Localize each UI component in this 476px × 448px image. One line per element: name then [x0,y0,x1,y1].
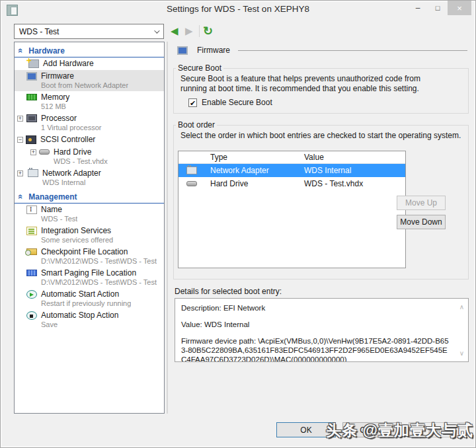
details-value: Value: WDS Internal [181,320,452,329]
expand-icon[interactable]: + [17,170,23,176]
item-label: Firmware [41,71,128,81]
sidebar-item-processor[interactable]: + Processor 1 Virtual processor [15,112,164,133]
firmware-icon [26,72,37,81]
secure-boot-checkbox[interactable]: ✔ [188,98,197,107]
sidebar-item-checkpoint-file-location[interactable]: Checkpoint File Location D:\VM\2012\WDS … [15,246,164,267]
item-label: Network Adapter [42,168,101,178]
maximize-button[interactable]: □ [428,1,448,15]
item-label: Hard Drive [54,147,108,157]
hard-drive-icon [186,181,197,186]
boot-order-table: Type Value Network Adapter WDS Internal … [178,151,406,268]
item-label: Name [41,205,77,215]
boot-entry-value: WDS - Test.vhdx [304,179,405,188]
item-sublabel: Boot from Network Adapter [41,81,128,90]
section-header-management[interactable]: « Management [15,190,164,204]
name-icon [26,205,37,214]
item-label: Automatic Stop Action [41,311,118,320]
item-sublabel: Save [41,320,118,329]
item-label: Automatic Start Action [41,289,131,299]
column-header-type: Type [205,153,304,162]
button-bar: OK Cancel Apply 头条 @壹加壹大与贰 [1,417,475,447]
details-label: Details for selected boot entry: [175,287,282,296]
item-sublabel: WDS - Test [41,215,77,223]
boot-entry-row-hard-drive[interactable]: Hard Drive WDS - Test.vhdx [178,177,405,190]
vm-selector-value: WDS - Test [19,27,59,36]
item-label: Memory [41,93,69,102]
boot-order-group: Boot order Select the order in which boo… [173,120,469,280]
secure-boot-group: Secure Boot Secure Boot is a feature tha… [173,63,469,114]
secure-boot-group-label: Secure Boot [176,63,223,73]
expand-icon[interactable]: + [30,149,36,155]
boot-order-description: Select the order in which boot entries a… [180,131,463,141]
details-description: Description: EFI Network [181,303,452,313]
settings-window: Settings for WDS - Test on XEPHY8 – □ × … [0,0,476,448]
sidebar-item-hard-drive[interactable]: + Hard Drive WDS - Test.vhdx [15,146,164,167]
item-label: Checkpoint File Location [41,247,157,257]
details-firmware-path: Firmware device path: \AcpiEx(VMBus,0,0)… [181,336,452,362]
item-label: Processor [41,114,102,124]
refresh-icon[interactable]: ↻ [203,24,213,38]
column-header-value: Value [304,153,405,162]
sidebar-item-automatic-stop-action[interactable]: Automatic Stop Action Save [15,309,164,330]
chevron-down-icon [154,28,159,33]
section-label: Hardware [28,46,65,56]
collapse-icon: « [16,194,26,199]
sidebar-item-automatic-start-action[interactable]: Automatic Start Action Restart if previo… [15,288,164,309]
auto-stop-icon [26,311,37,320]
item-sublabel: 1 Virtual processor [41,124,102,132]
back-icon[interactable]: ◀ [171,24,178,38]
collapse-icon: « [16,48,26,53]
item-label: Add Hardware [43,59,94,69]
collapse-expander-icon[interactable]: − [17,137,23,143]
item-sublabel: Restart if previously running [41,299,131,308]
toolbar-separator [199,25,200,37]
watermark-text: 头条 @壹加壹大与贰 [326,420,473,441]
boot-entry-row-network-adapter[interactable]: Network Adapter WDS Internal [178,164,405,177]
toolbar: WDS - Test ◀ ▶ ↻ [1,20,475,40]
window-title: Settings for WDS - Test on XEPHY8 [1,4,475,14]
firmware-icon [177,46,188,55]
expand-icon[interactable]: + [17,116,23,122]
firmware-pane: Firmware Secure Boot Secure Boot is a fe… [168,42,470,414]
details-box: Description: EFI Network Value: WDS Inte… [175,298,469,362]
auto-start-icon [26,290,37,299]
secure-boot-checkbox-label: Enable Secure Boot [202,98,272,107]
close-button[interactable]: × [448,1,471,15]
item-sublabel: WDS Internal [42,178,101,187]
sidebar-item-smart-paging-file-location[interactable]: Smart Paging File Location D:\VM\2012\WD… [15,267,164,288]
sidebar-item-add-hardware[interactable]: Add Hardware [15,57,164,70]
sidebar-item-integration-services[interactable]: Integration Services Some services offer… [15,225,164,246]
boot-order-group-label: Boot order [176,120,217,130]
item-label: Smart Paging File Location [41,268,157,278]
forward-icon[interactable]: ▶ [185,24,193,38]
divider [238,50,467,51]
section-header-hardware[interactable]: « Hardware [15,44,164,57]
integration-services-icon [26,227,37,235]
item-sublabel: D:\VM\2012\WDS - Test\WDS - Test [41,257,157,266]
network-adapter-icon [28,169,38,177]
sidebar-item-firmware[interactable]: Firmware Boot from Network Adapter [15,70,164,91]
sidebar-item-scsi-controller[interactable]: − SCSI Controller [15,133,164,146]
memory-icon [26,94,37,100]
item-label: SCSI Controller [40,135,95,145]
minimize-button[interactable]: – [408,1,428,15]
sidebar-item-name[interactable]: Name WDS - Test [15,204,164,225]
scsi-controller-icon [26,135,36,144]
secure-boot-description: Secure Boot is a feature that helps prev… [180,74,448,94]
scroll-up-icon[interactable]: ∧ [459,303,464,312]
network-adapter-icon [186,167,197,174]
vm-selector-dropdown[interactable]: WDS - Test [14,24,164,39]
sidebar-item-network-adapter[interactable]: + Network Adapter WDS Internal [15,167,164,188]
item-sublabel: WDS - Test.vhdx [54,157,108,166]
sidebar-item-memory[interactable]: Memory 512 MB [15,91,164,112]
processor-icon [26,114,37,122]
hard-drive-icon [39,149,50,155]
move-down-button[interactable]: Move Down [397,215,446,229]
move-up-button[interactable]: Move Up [397,196,446,210]
item-label: Integration Services [41,226,113,236]
item-sublabel: D:\VM\2012\WDS - Test\WDS - Test [41,278,157,287]
checkpoint-icon [26,248,37,255]
smart-paging-icon [26,270,37,276]
scroll-down-icon[interactable]: ∨ [459,349,464,358]
add-hardware-icon [28,59,39,68]
